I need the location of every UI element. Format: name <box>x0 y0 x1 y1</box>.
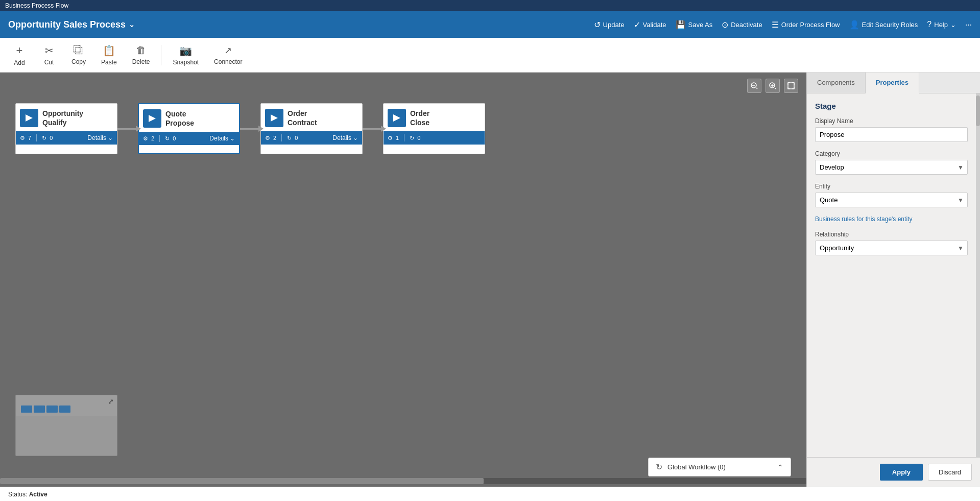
field-group-category: Category Qualify Develop Propose Close ▼ <box>815 150 968 175</box>
stage-footer-2: ⚙ 2 ↻ 0 Details ⌄ <box>139 132 239 145</box>
canvas-area[interactable]: Opportunity Qualify ⚙ 7 ↻ 0 Details ⌄ <box>0 73 806 487</box>
delete-button[interactable]: 🗑 Delete <box>126 41 156 68</box>
update-button[interactable]: ↺ Update <box>594 20 625 30</box>
stage-order-contract[interactable]: Order Contract ⚙ 2 ↻ 0 Details ⌄ <box>260 103 363 154</box>
copy-button[interactable]: ⿻ Copy <box>65 41 92 68</box>
security-button[interactable]: 👤 Edit Security Roles <box>849 20 918 30</box>
svg-marker-10 <box>149 115 156 122</box>
tab-components[interactable]: Components <box>807 73 866 93</box>
entity-select[interactable]: Opportunity Quote Order Invoice <box>815 193 968 207</box>
field-group-displayname: Display Name <box>815 117 968 142</box>
panel-scroll-track[interactable] <box>976 93 980 457</box>
snapshot-button[interactable]: 📷 Snapshot <box>166 41 205 69</box>
minimap-expand-button[interactable]: ⤢ <box>108 397 114 405</box>
global-workflow-bar[interactable]: ↻ Global Workflow (0) ⌃ <box>648 458 791 476</box>
stage-step-count-4: 1 <box>396 135 399 141</box>
stage-step-icon-4: ⚙ <box>388 135 393 141</box>
deactivate-button[interactable]: ⊙ Deactivate <box>722 20 762 30</box>
title-bar-label: Business Process Flow <box>5 2 68 9</box>
stage-title-3: Order Contract <box>288 109 317 127</box>
canvas-scrollbar-thumb[interactable] <box>0 478 484 484</box>
displayname-label: Display Name <box>815 117 968 125</box>
panel-scroll-thumb[interactable] <box>976 96 980 126</box>
svg-marker-11 <box>271 114 278 122</box>
stage-connector-3 <box>363 128 383 130</box>
stage-workflow-count-2: 0 <box>173 135 176 141</box>
fullscreen-button[interactable] <box>784 79 798 93</box>
stage-details-btn-1[interactable]: Details ⌄ <box>87 134 113 141</box>
paste-label: Paste <box>101 59 117 66</box>
minimap-stage-1 <box>21 405 32 413</box>
saveas-label: Save As <box>688 21 713 29</box>
status-label: Status: <box>8 491 27 498</box>
stage-connector-2 <box>240 128 260 130</box>
svg-marker-12 <box>393 114 400 122</box>
entity-select-wrap: Opportunity Quote Order Invoice ▼ <box>815 193 968 207</box>
paste-button[interactable]: 📋 Paste <box>95 41 123 69</box>
header: Opportunity Sales Process ⌄ ↺ Update ✓ V… <box>0 11 980 38</box>
stage-order-close[interactable]: Order Close ⚙ 1 ↻ 0 <box>383 103 485 154</box>
canvas-scrollbar[interactable] <box>0 478 806 484</box>
stage-step-icon-1: ⚙ <box>20 135 25 141</box>
saveas-button[interactable]: 💾 Save As <box>676 20 713 30</box>
stage-icon-4 <box>388 109 406 127</box>
displayname-input[interactable] <box>815 127 968 142</box>
copy-label: Copy <box>71 58 86 65</box>
toolbar: + Add ✂ Cut ⿻ Copy 📋 Paste 🗑 Delete 📷 Sn… <box>0 38 980 73</box>
help-button[interactable]: ? Help ⌄ <box>927 20 956 29</box>
more-button[interactable]: ⋯ <box>965 21 972 29</box>
stage-workflow-icon-1: ↻ <box>42 135 46 141</box>
stage-opportunity-qualify[interactable]: Opportunity Qualify ⚙ 7 ↻ 0 Details ⌄ <box>15 103 117 154</box>
stage-footer-sep-3 <box>281 134 282 141</box>
zoom-out-button[interactable] <box>747 79 761 93</box>
stage-header-4: Order Close <box>384 104 485 131</box>
stage-icon-3 <box>265 109 283 127</box>
relationship-select-wrap: Opportunity Quote Order ▼ <box>815 241 968 255</box>
stage-header-3: Order Contract <box>261 104 362 131</box>
relationship-select[interactable]: Opportunity Quote Order <box>815 241 968 255</box>
discard-button[interactable]: Discard <box>928 464 972 481</box>
right-panel-inner: Stage Display Name Category Qualify Deve… <box>807 93 980 457</box>
right-panel: Components Properties Stage Display Name… <box>806 73 980 487</box>
status-bar: Status: Active <box>0 487 980 501</box>
cut-icon: ✂ <box>45 44 54 57</box>
cut-button[interactable]: ✂ Cut <box>36 41 62 69</box>
panel-body: Stage Display Name Category Qualify Deve… <box>807 93 976 457</box>
relationship-label: Relationship <box>815 231 968 238</box>
deactivate-label: Deactivate <box>731 21 762 29</box>
category-select-wrap: Qualify Develop Propose Close ▼ <box>815 160 968 175</box>
stage-details-btn-2[interactable]: Details ⌄ <box>209 135 235 142</box>
business-rules-link[interactable]: Business rules for this stage's entity <box>815 216 968 223</box>
zoom-in-button[interactable] <box>766 79 780 93</box>
stage-workflow-count-4: 0 <box>417 135 420 141</box>
category-select[interactable]: Qualify Develop Propose Close <box>815 160 968 175</box>
add-label: Add <box>14 59 25 66</box>
stage-details-btn-3[interactable]: Details ⌄ <box>332 134 358 141</box>
stage-icon-1 <box>20 109 38 127</box>
stage-icon-2 <box>143 109 161 128</box>
minimap-stage-3 <box>46 405 58 413</box>
main: Opportunity Qualify ⚙ 7 ↻ 0 Details ⌄ <box>0 73 980 487</box>
validate-button[interactable]: ✓ Validate <box>634 20 666 30</box>
stage-footer-3: ⚙ 2 ↻ 0 Details ⌄ <box>261 131 362 145</box>
header-left: Opportunity Sales Process ⌄ <box>8 19 135 30</box>
apply-button[interactable]: Apply <box>880 464 923 481</box>
stage-title-2: Quote Propose <box>165 109 194 128</box>
category-label: Category <box>815 150 968 157</box>
stage-workflow-count-3: 0 <box>295 135 298 141</box>
delete-icon: 🗑 <box>136 44 146 56</box>
tab-properties[interactable]: Properties <box>866 73 919 93</box>
stage-title-4: Order Close <box>410 109 429 127</box>
toolbar-separator-1 <box>161 45 161 65</box>
stage-footer-4: ⚙ 1 ↻ 0 <box>384 131 485 145</box>
orderflow-label: Order Process Flow <box>781 21 840 29</box>
header-title-chevron[interactable]: ⌄ <box>129 20 135 29</box>
cut-label: Cut <box>44 59 54 66</box>
connector-button[interactable]: ↗ Connector <box>208 42 248 68</box>
svg-line-6 <box>775 88 776 89</box>
stage-step-count-1: 7 <box>28 135 31 141</box>
add-button[interactable]: + Add <box>6 41 33 69</box>
stage-quote-propose[interactable]: Quote Propose ⚙ 2 ↻ 0 Details ⌄ <box>138 103 240 154</box>
stage-footer-sep-1 <box>36 134 37 141</box>
orderflow-button[interactable]: ☰ Order Process Flow <box>772 20 840 30</box>
